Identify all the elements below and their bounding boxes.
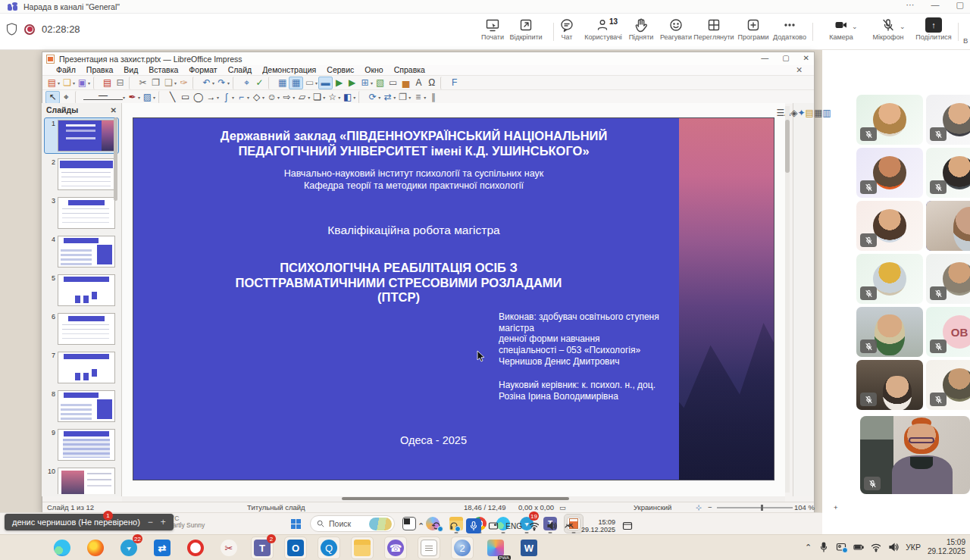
- horizontal-scrollbar[interactable]: [122, 496, 785, 502]
- keyboard-language-host[interactable]: УКР: [906, 543, 921, 552]
- new-document-icon[interactable]: ▤▾: [45, 77, 61, 89]
- outlook-icon[interactable]: O: [285, 537, 306, 558]
- screen-share-tray-icon[interactable]: [836, 542, 846, 552]
- camera-button[interactable]: Камера: [817, 17, 865, 41]
- m365-icon[interactable]: PWA: [485, 537, 506, 558]
- search-app-icon[interactable]: Q: [318, 537, 340, 558]
- flip-icon[interactable]: ⇄▾: [381, 91, 396, 104]
- block-arrows-icon[interactable]: ⇨▾: [280, 91, 296, 104]
- pill-minimize-icon[interactable]: −: [148, 517, 153, 527]
- fontwork-icon[interactable]: F▾: [448, 77, 461, 89]
- menu-item[interactable]: Формат: [183, 65, 222, 74]
- helplines-icon[interactable]: ▭▾: [303, 77, 318, 89]
- window-minimize-icon[interactable]: —: [931, 0, 940, 10]
- menu-item[interactable]: Правка: [81, 65, 118, 74]
- start-button-shared[interactable]: [286, 515, 305, 533]
- display-grid-icon[interactable]: ▦▾: [276, 77, 289, 89]
- more-button[interactable]: Додатково: [765, 17, 814, 41]
- callouts-icon[interactable]: ❏▾: [311, 91, 326, 104]
- rectangle-icon[interactable]: ▭▾: [179, 91, 192, 104]
- headphones-tray-icon[interactable]: [449, 521, 459, 531]
- slide-thumbnail[interactable]: 5: [45, 273, 118, 308]
- notepad-icon[interactable]: [418, 537, 440, 558]
- participant-tile[interactable]: [856, 254, 923, 304]
- animation-icon[interactable]: ✦: [797, 108, 805, 118]
- arrow-icon[interactable]: →▾: [205, 91, 220, 104]
- menu-item[interactable]: Вид: [118, 65, 143, 74]
- line-icon[interactable]: ╲▾: [166, 91, 179, 104]
- clock-host[interactable]: 15:0929.12.2025: [928, 538, 965, 556]
- mic-active-tray-button[interactable]: [466, 518, 481, 533]
- keyboard-language-shared[interactable]: ENG: [505, 522, 522, 530]
- tray-chevron-icon[interactable]: ⌃: [418, 521, 424, 531]
- zoom-fit-icon[interactable]: ⊹: [696, 503, 702, 512]
- table-icon[interactable]: ⊞▾: [358, 77, 374, 89]
- cut-icon[interactable]: ✂▾: [136, 77, 149, 89]
- menu-item[interactable]: Справка: [389, 65, 430, 74]
- participant-tile[interactable]: [856, 95, 923, 145]
- menu-item[interactable]: Окно: [359, 65, 388, 74]
- connector-icon[interactable]: ⌐▾: [235, 91, 250, 104]
- undo-icon[interactable]: ↶▾: [200, 77, 215, 89]
- zoom-icon[interactable]: ⌖▾: [60, 91, 73, 104]
- participant-tile[interactable]: [926, 360, 970, 410]
- microphone-chevron-icon[interactable]: ⌄: [900, 23, 906, 30]
- zoom-slider[interactable]: [717, 507, 793, 508]
- participant-tile[interactable]: [926, 148, 970, 198]
- slide-thumbnail[interactable]: 9: [45, 427, 118, 462]
- start-icon[interactable]: [18, 537, 39, 558]
- slide-thumbnail[interactable]: 10: [45, 466, 118, 494]
- line-width-icon[interactable]: —▾: [83, 91, 126, 104]
- slide-thumbnail[interactable]: 3: [45, 196, 118, 230]
- taskview-icon[interactable]: [400, 515, 418, 533]
- arrange-icon[interactable]: ❐▾: [396, 91, 411, 104]
- ellipse-icon[interactable]: ◯▾: [192, 91, 205, 104]
- navigator-icon[interactable]: ▥: [822, 108, 831, 118]
- save-icon[interactable]: ▣▾: [76, 77, 91, 89]
- powershell-icon[interactable]: 2: [452, 537, 473, 558]
- participant-tile[interactable]: [856, 148, 923, 198]
- special-character-icon[interactable]: Ω▾: [425, 77, 438, 89]
- impress-maximize-icon[interactable]: ▢: [782, 54, 789, 62]
- media-icon[interactable]: ▭▾: [386, 77, 399, 89]
- master-slides-icon[interactable]: ▤: [806, 108, 814, 118]
- slides-panel-close-icon[interactable]: ✕: [111, 106, 117, 114]
- snip-icon[interactable]: ✂: [218, 537, 239, 558]
- symbol-shapes-icon[interactable]: ☺▾: [265, 91, 280, 104]
- wifi-icon[interactable]: [871, 542, 881, 552]
- wifi-tray-icon[interactable]: [529, 521, 540, 531]
- participant-tile[interactable]: [856, 201, 923, 251]
- sidebar-settings-icon[interactable]: ☰: [776, 108, 784, 118]
- textbox-icon[interactable]: A▾: [412, 77, 425, 89]
- image-icon[interactable]: ▧▾: [374, 77, 386, 89]
- slide[interactable]: Державний заклад «ПІВДЕННОУКРАЇНСЬКИЙ НА…: [133, 117, 774, 480]
- select-icon[interactable]: ↖▾: [45, 91, 60, 104]
- clock-shared[interactable]: 15:0929.12.2025: [581, 518, 615, 533]
- menu-item[interactable]: Слайд: [223, 65, 258, 74]
- battery-icon[interactable]: [853, 542, 864, 552]
- opera-icon[interactable]: [185, 537, 206, 558]
- find-replace-icon[interactable]: ⌖▾: [240, 77, 253, 89]
- firefox-icon[interactable]: [85, 537, 106, 558]
- slideshow-first-icon[interactable]: ▶▾: [333, 77, 346, 89]
- participant-tile[interactable]: [926, 201, 970, 251]
- teams-icon[interactable]: T 2: [252, 537, 273, 558]
- slideshow-current-icon[interactable]: ▶▾: [346, 77, 358, 89]
- fill-color-icon[interactable]: ▨▾: [141, 91, 156, 104]
- menu-item[interactable]: Демонстрация: [257, 65, 321, 74]
- window-more-icon[interactable]: ⋯: [906, 0, 915, 10]
- window-maximize-icon[interactable]: ▢: [956, 0, 964, 10]
- status-language[interactable]: Украинский: [634, 503, 671, 512]
- tray-chevron-icon[interactable]: ⌃: [805, 543, 812, 552]
- document-close-icon[interactable]: ✕: [790, 65, 808, 74]
- participant-tile[interactable]: ОВ: [926, 307, 970, 357]
- slide-thumbnail[interactable]: 6: [45, 311, 118, 346]
- participant-tile[interactable]: [856, 307, 923, 357]
- volume-tray-icon[interactable]: [546, 521, 557, 531]
- export-pdf-icon[interactable]: ▤▾: [101, 77, 114, 89]
- participant-tile[interactable]: [856, 360, 923, 410]
- menu-item[interactable]: Файл: [51, 65, 81, 74]
- presenter-name-pill[interactable]: денис чернишов (Не перевірено) − +: [5, 514, 174, 530]
- participant-tile[interactable]: [926, 95, 970, 145]
- mic-tray-icon[interactable]: [818, 542, 829, 552]
